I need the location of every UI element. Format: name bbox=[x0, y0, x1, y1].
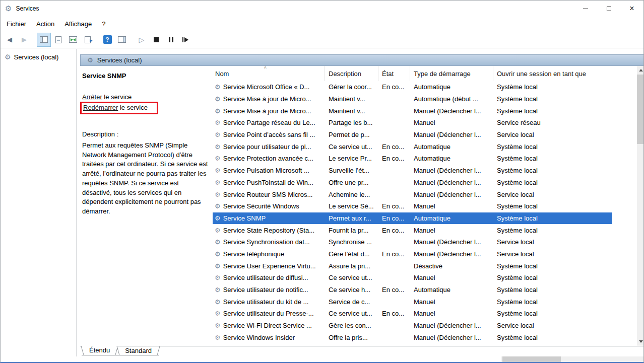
stop-service-link[interactable]: Arrêter bbox=[82, 93, 102, 101]
tab-standard[interactable]: Standard bbox=[117, 346, 159, 355]
service-row[interactable]: ⚙ Service Microsoft Office « D... Gérer … bbox=[213, 81, 612, 93]
service-row[interactable]: ⚙ Service pour utilisateur de pl... Ce s… bbox=[213, 140, 612, 153]
services-gear-icon: ⚙ bbox=[5, 53, 11, 61]
column-header-ouvrir-session[interactable]: Ouvrir une session en tant que bbox=[493, 66, 612, 81]
restart-service-link[interactable]: Redémarrer bbox=[83, 104, 118, 111]
service-state-cell: En co... bbox=[378, 155, 410, 162]
service-row[interactable]: ⚙ Service PushToInstall de Win... Offre … bbox=[213, 177, 612, 189]
service-row[interactable]: ⚙ Service Mise à jour de Micro... Mainti… bbox=[213, 93, 612, 105]
service-name-cell: ⚙ Service utilisateur du Presse-... bbox=[213, 310, 325, 317]
titlebar: ⚙ Services × bbox=[1, 1, 643, 17]
service-logon-cell: Service local bbox=[493, 191, 612, 198]
column-header-description[interactable]: Description bbox=[325, 66, 378, 81]
service-row[interactable]: ⚙ Service Windows Insider Offre la pris.… bbox=[213, 331, 612, 343]
service-name-cell: ⚙ Service téléphonique bbox=[213, 250, 325, 258]
start-service-button[interactable]: ▷ bbox=[135, 33, 149, 47]
service-name: Service Pulsation Microsoft ... bbox=[223, 167, 309, 174]
service-logon-cell: Système local bbox=[493, 334, 612, 341]
arrow-down-icon bbox=[639, 340, 643, 343]
export-list-button[interactable] bbox=[81, 33, 95, 47]
properties-button[interactable] bbox=[51, 33, 66, 47]
service-row[interactable]: ⚙ Service SNMP Permet aux r... En co... … bbox=[213, 212, 612, 225]
menu-help[interactable]: ? bbox=[97, 17, 110, 31]
service-startup-type-cell: Manuel bbox=[410, 227, 493, 234]
service-name: Service Point d’accès sans fil ... bbox=[223, 131, 315, 138]
service-row[interactable]: ⚙ Service téléphonique Gère l’état d... … bbox=[213, 248, 612, 260]
pause-service-button[interactable] bbox=[164, 33, 178, 47]
service-name: Service Mise à jour de Micro... bbox=[223, 95, 311, 103]
service-name-cell: ⚙ Service utilisateur de diffusi... bbox=[213, 274, 325, 281]
service-row[interactable]: ⚙ Service Mise à jour de Micro... Mainti… bbox=[213, 105, 612, 117]
column-header-etat[interactable]: État bbox=[378, 66, 410, 81]
restart-service-button[interactable] bbox=[178, 33, 192, 47]
service-logon-cell: Système local bbox=[493, 286, 612, 294]
show-action-pane-button[interactable] bbox=[115, 33, 129, 47]
service-startup-type-cell: Automatique bbox=[410, 143, 493, 151]
service-name-cell: ⚙ Service pour utilisateur de pl... bbox=[213, 143, 325, 151]
help-button[interactable]: ? bbox=[100, 33, 114, 47]
column-header-nom[interactable]: Nom bbox=[213, 66, 325, 81]
service-row[interactable]: ⚙ Service Protection avancée c... Le ser… bbox=[213, 153, 612, 165]
hscroll-thumb[interactable] bbox=[502, 356, 561, 362]
service-row[interactable]: ⚙ Service Pulsation Microsoft ... Survei… bbox=[213, 165, 612, 177]
service-row[interactable]: ⚙ Service utilisateur du kit de ... Serv… bbox=[213, 296, 612, 308]
service-row[interactable]: ⚙ Service Routeur SMS Micros... Achemine… bbox=[213, 188, 612, 200]
tree-item-services-local[interactable]: ⚙ Services (local) bbox=[1, 49, 77, 61]
service-name-cell: ⚙ Service Mise à jour de Micro... bbox=[213, 95, 325, 103]
stop-service-line: Arrêter le service bbox=[82, 93, 210, 101]
service-row[interactable]: ⚙ Service State Repository (Sta... Fourn… bbox=[213, 224, 612, 236]
service-description-cell: Le service Pr... bbox=[325, 155, 378, 162]
minimize-button[interactable] bbox=[574, 1, 597, 17]
close-button[interactable]: × bbox=[620, 1, 643, 17]
back-icon: ◀ bbox=[7, 36, 12, 43]
service-row[interactable]: ⚙ Service User Experience Virtu... Assur… bbox=[213, 260, 612, 272]
service-row[interactable]: ⚙ Service utilisateur de notific... Ce s… bbox=[213, 284, 612, 296]
maximize-button[interactable] bbox=[597, 1, 620, 17]
stop-service-button[interactable] bbox=[149, 33, 163, 47]
back-button[interactable]: ◀ bbox=[3, 33, 17, 47]
service-logon-cell: Service local bbox=[493, 250, 612, 258]
service-logon-cell: Service local bbox=[493, 322, 612, 329]
service-logon-cell: Système local bbox=[493, 179, 612, 186]
show-console-tree-button[interactable] bbox=[37, 33, 51, 47]
service-description-cell: Achemine le... bbox=[325, 191, 378, 198]
service-description-cell: Gère les con... bbox=[325, 322, 378, 329]
menu-action[interactable]: Action bbox=[31, 17, 59, 31]
service-gear-icon: ⚙ bbox=[215, 238, 221, 246]
services-list-pane: ^ Nom Description État Type de démarrage… bbox=[213, 66, 637, 346]
service-row[interactable]: ⚙ Service Point d’accès sans fil ... Per… bbox=[213, 129, 612, 141]
refresh-button[interactable] bbox=[66, 33, 80, 47]
restart-service-suffix: le service bbox=[118, 104, 148, 111]
menu-affichage[interactable]: Affichage bbox=[59, 17, 97, 31]
service-row[interactable]: ⚙ Service Synchronisation dat... Synchro… bbox=[213, 236, 612, 248]
column-header-type-demarrage[interactable]: Type de démarrage bbox=[410, 66, 493, 81]
service-row[interactable]: ⚙ Service utilisateur du Presse-... Ce s… bbox=[213, 308, 612, 320]
service-name-cell: ⚙ Service State Repository (Sta... bbox=[213, 227, 325, 234]
window-title: Services bbox=[16, 5, 39, 12]
service-startup-type-cell: Automatique bbox=[410, 286, 493, 294]
tab-etendu[interactable]: Étendu bbox=[82, 346, 117, 355]
menu-fichier[interactable]: Fichier bbox=[2, 17, 31, 31]
service-gear-icon: ⚙ bbox=[215, 214, 221, 222]
horizontal-scrollbar[interactable] bbox=[501, 356, 643, 362]
service-logon-cell: Service local bbox=[493, 238, 612, 246]
forward-button[interactable]: ▶ bbox=[17, 33, 31, 47]
service-name: Service Routeur SMS Micros... bbox=[223, 191, 313, 198]
scroll-up-button[interactable] bbox=[637, 66, 644, 75]
tree-item-label: Services (local) bbox=[14, 53, 59, 61]
service-gear-icon: ⚙ bbox=[215, 119, 221, 126]
toolbar-separator bbox=[32, 31, 37, 48]
vertical-scrollbar[interactable] bbox=[637, 66, 644, 346]
scroll-down-button[interactable] bbox=[637, 337, 644, 346]
service-state-cell: En co... bbox=[378, 214, 410, 222]
service-description-cell: Gérer la coor... bbox=[325, 83, 378, 91]
service-row[interactable]: ⚙ Service Partage réseau du Le... Partag… bbox=[213, 117, 612, 129]
service-row[interactable]: ⚙ Service Sécurité Windows Le service Sé… bbox=[213, 200, 612, 212]
service-row[interactable]: ⚙ Service utilisateur de diffusi... Ce s… bbox=[213, 272, 612, 284]
service-row[interactable]: ⚙ Service Wi-Fi Direct Service ... Gère … bbox=[213, 320, 612, 332]
scrollbar-thumb[interactable] bbox=[637, 75, 644, 144]
service-name-cell: ⚙ Service utilisateur du kit de ... bbox=[213, 298, 325, 306]
status-strip bbox=[1, 356, 643, 362]
service-state-cell: En co... bbox=[378, 83, 410, 91]
service-state-cell: En co... bbox=[378, 310, 410, 317]
